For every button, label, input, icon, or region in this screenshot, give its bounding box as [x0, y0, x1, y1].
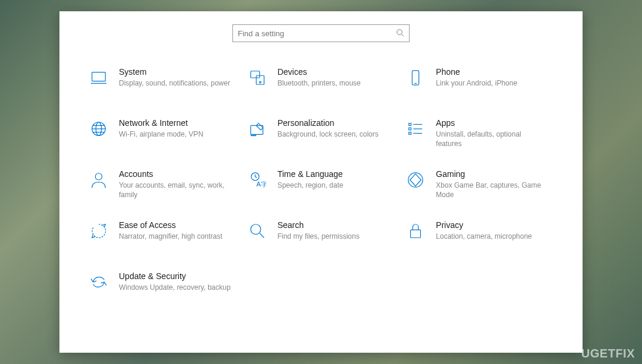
- svg-rect-2: [92, 72, 106, 81]
- category-desc: Display, sound, notifications, power: [119, 78, 230, 88]
- person-icon: [89, 170, 108, 189]
- category-time-language[interactable]: A字 Time & Language Speech, region, date: [248, 169, 395, 202]
- svg-line-29: [259, 233, 264, 238]
- globe-icon: [89, 119, 108, 138]
- category-grid: System Display, sound, notifications, po…: [89, 67, 553, 305]
- personalization-icon: [248, 119, 267, 138]
- svg-line-25: [255, 176, 257, 178]
- search-container: [89, 24, 553, 42]
- category-network[interactable]: Network & Internet Wi-Fi, airplane mode,…: [89, 118, 236, 151]
- svg-rect-16: [409, 124, 411, 126]
- svg-rect-18: [409, 132, 411, 135]
- svg-text:A字: A字: [256, 181, 266, 188]
- category-title: Gaming: [436, 169, 549, 179]
- category-desc: Narrator, magnifier, high contrast: [119, 232, 222, 241]
- category-title: Privacy: [436, 220, 531, 230]
- search-icon: [396, 29, 404, 39]
- category-accounts[interactable]: Accounts Your accounts, email, sync, wor…: [89, 169, 236, 202]
- category-personalization[interactable]: Personalization Background, lock screen,…: [248, 118, 395, 151]
- category-search[interactable]: Search Find my files, permissions: [248, 220, 395, 254]
- category-desc: Wi-Fi, airplane mode, VPN: [119, 129, 203, 139]
- svg-point-28: [250, 224, 260, 235]
- apps-icon: [406, 119, 425, 138]
- gaming-icon: [406, 170, 425, 189]
- category-update-security[interactable]: Update & Security Windows Update, recove…: [89, 271, 236, 305]
- category-title: Ease of Access: [119, 220, 222, 230]
- category-title: Update & Security: [119, 271, 231, 281]
- category-desc: Xbox Game Bar, captures, Game Mode: [436, 181, 549, 200]
- svg-point-22: [95, 173, 102, 180]
- svg-rect-4: [250, 71, 259, 78]
- category-desc: Windows Update, recovery, backup: [119, 283, 231, 292]
- category-desc: Background, lock screen, colors: [278, 129, 379, 139]
- category-gaming[interactable]: Gaming Xbox Game Bar, captures, Game Mod…: [406, 169, 553, 202]
- category-devices[interactable]: Devices Bluetooth, printers, mouse: [248, 67, 395, 100]
- update-icon: [89, 273, 108, 292]
- category-desc: Location, camera, microphone: [436, 232, 531, 241]
- category-phone[interactable]: Phone Link your Android, iPhone: [406, 67, 553, 100]
- search-input[interactable]: [238, 29, 396, 38]
- magnifier-icon: [248, 221, 267, 240]
- category-title: Network & Internet: [119, 118, 203, 128]
- category-desc: Bluetooth, printers, mouse: [278, 78, 361, 88]
- svg-rect-17: [409, 128, 411, 130]
- devices-icon: [248, 68, 267, 87]
- category-title: Search: [278, 220, 360, 230]
- watermark: UGETFIX: [581, 347, 635, 360]
- lock-icon: [406, 221, 425, 240]
- svg-rect-7: [413, 71, 419, 85]
- time-language-icon: A字: [248, 170, 267, 189]
- category-system[interactable]: System Display, sound, notifications, po…: [89, 67, 236, 100]
- category-desc: Your accounts, email, sync, work, family: [119, 181, 232, 200]
- category-desc: Speech, region, date: [278, 181, 344, 190]
- category-title: Accounts: [119, 169, 232, 179]
- svg-rect-30: [411, 230, 421, 238]
- category-desc: Uninstall, defaults, optional features: [436, 129, 549, 148]
- settings-window: System Display, sound, notifications, po…: [59, 11, 583, 353]
- svg-point-6: [259, 81, 261, 83]
- category-title: Devices: [278, 67, 361, 77]
- category-privacy[interactable]: Privacy Location, camera, microphone: [406, 220, 553, 254]
- category-ease-of-access[interactable]: Ease of Access Narrator, magnifier, high…: [89, 220, 236, 254]
- category-apps[interactable]: Apps Uninstall, defaults, optional featu…: [406, 118, 553, 151]
- phone-icon: [406, 68, 425, 87]
- category-desc: Find my files, permissions: [278, 232, 360, 241]
- search-box[interactable]: [232, 24, 410, 42]
- category-title: Apps: [436, 118, 549, 128]
- system-icon: [89, 68, 108, 87]
- category-title: Phone: [436, 67, 517, 77]
- svg-point-0: [397, 29, 402, 34]
- category-desc: Link your Android, iPhone: [436, 78, 517, 88]
- category-title: Time & Language: [278, 169, 344, 179]
- category-title: Personalization: [278, 118, 379, 128]
- ease-of-access-icon: [89, 221, 108, 240]
- svg-line-1: [402, 34, 404, 36]
- category-title: System: [119, 67, 230, 77]
